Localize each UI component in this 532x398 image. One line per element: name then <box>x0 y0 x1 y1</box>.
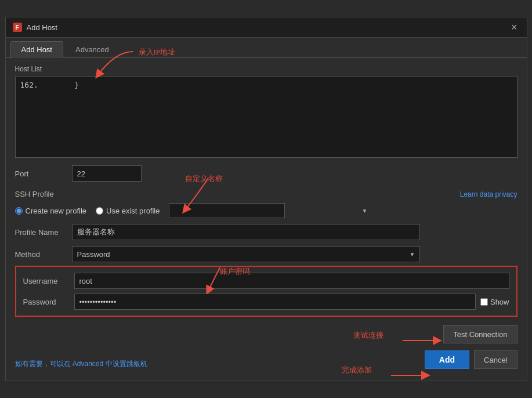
tab-bar: Add Host Advanced <box>6 38 527 58</box>
port-input[interactable] <box>72 165 142 182</box>
profile-name-label: Profile Name <box>15 228 67 237</box>
bottom-right: Test Connection Add Cancel <box>425 325 517 369</box>
bottom-left: 如有需要，可以在 Advanced 中设置跳板机 <box>15 359 147 369</box>
host-list-label: Host List <box>15 65 517 73</box>
password-label: Password <box>23 298 70 306</box>
tab-advanced[interactable]: Advanced <box>64 41 120 57</box>
app-icon: F <box>13 23 22 32</box>
existing-profile-wrapper: ▼ <box>169 203 372 218</box>
port-row: Port <box>15 165 517 182</box>
username-label: Username <box>23 277 70 285</box>
profile-name-input[interactable] <box>72 224 420 240</box>
create-new-profile-option[interactable]: Create new profile <box>15 207 87 215</box>
port-label: Port <box>15 169 67 178</box>
use-exist-radio[interactable] <box>96 207 103 215</box>
test-connection-button[interactable]: Test Connection <box>443 325 517 343</box>
add-button[interactable]: Add <box>425 350 469 369</box>
cancel-button[interactable]: Cancel <box>474 350 517 369</box>
password-row: Password Show <box>23 294 509 310</box>
existing-profile-select[interactable] <box>169 203 285 218</box>
create-new-label: Create new profile <box>26 207 87 215</box>
show-password-wrapper: Show <box>480 298 509 306</box>
credentials-box: Username Password Show <box>15 266 517 317</box>
create-new-radio[interactable] <box>15 207 23 215</box>
method-wrapper: Password Public Key ▼ <box>72 246 420 262</box>
tab-add-host[interactable]: Add Host <box>10 41 63 58</box>
dialog-title: Add Host <box>27 23 57 32</box>
use-exist-label: Use exist profile <box>106 207 160 215</box>
profile-type-row: Create new profile Use exist profile ▼ <box>15 203 517 218</box>
show-label: Show <box>490 298 509 306</box>
advanced-hint-link[interactable]: 如有需要，可以在 Advanced 中设置跳板机 <box>15 359 147 369</box>
show-password-checkbox[interactable] <box>480 298 488 306</box>
ssh-profile-label: SSH Profile <box>15 190 54 198</box>
profile-name-row: Profile Name <box>15 224 517 240</box>
ssh-profile-header: SSH Profile Learn data privacy <box>15 190 517 198</box>
use-exist-profile-option[interactable]: Use exist profile <box>96 207 160 215</box>
method-label: Method <box>15 250 67 259</box>
method-select[interactable]: Password Public Key <box>72 246 420 262</box>
username-row: Username <box>23 273 509 289</box>
bottom-section: 如有需要，可以在 Advanced 中设置跳板机 Test Connection… <box>15 325 517 374</box>
learn-privacy-link[interactable]: Learn data privacy <box>460 190 517 198</box>
title-bar: F Add Host × <box>6 17 527 38</box>
dropdown-arrow-icon: ▼ <box>362 208 368 214</box>
host-list-input[interactable] <box>15 77 517 158</box>
close-button[interactable]: × <box>509 22 520 32</box>
password-input[interactable] <box>74 294 476 310</box>
username-input[interactable] <box>74 273 509 289</box>
method-row: Method Password Public Key ▼ <box>15 246 517 262</box>
action-buttons-row: Add Cancel <box>425 350 517 369</box>
